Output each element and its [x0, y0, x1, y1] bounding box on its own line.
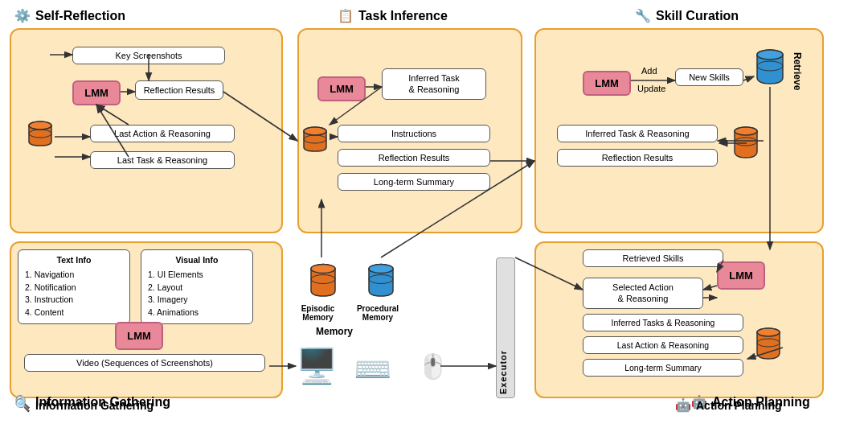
- visual-info-box: Visual Info 1. UI Elements 2. Layout 3. …: [141, 249, 253, 324]
- action-planning-bottom: 🤖 Action Planning: [675, 397, 782, 413]
- instructions-ti: Instructions: [338, 125, 490, 142]
- lmm-ti: LMM: [317, 76, 366, 101]
- reflection-results-ti: Reflection Results: [338, 149, 490, 167]
- task-inference-title: 📋 Task Inference: [338, 8, 448, 23]
- new-skills-box: New Skills: [675, 68, 743, 86]
- self-reflection-title: ⚙️ Self-Reflection: [14, 8, 125, 23]
- db-ap-orange: [754, 326, 783, 363]
- db-sc-blue: [754, 47, 786, 87]
- clipboard-icon: 📋: [338, 8, 354, 23]
- inferred-task-sc: Inferred Task & Reasoning: [557, 125, 718, 142]
- selected-action-box: Selected Action& Reasoning: [583, 278, 703, 309]
- lmm-ap: LMM: [717, 261, 765, 290]
- skill-curation-title: 🔧 Skill Curation: [635, 8, 739, 23]
- svg-point-7: [757, 50, 783, 60]
- retrieve-label: Retrieve: [792, 52, 803, 205]
- main-container: ⚙️ Self-Reflection 📋 Task Inference 🔧 Sk…: [0, 0, 868, 424]
- episodic-memory-label: EpisodicMemory: [296, 304, 340, 322]
- db-episodic: [308, 261, 338, 300]
- key-screenshots-box: Key Screenshots: [72, 47, 225, 64]
- executor-label: Executor: [496, 257, 515, 398]
- lmm-sr: LMM: [72, 80, 121, 105]
- wrench-icon: 🔧: [635, 8, 651, 23]
- gear-icon: ⚙️: [14, 8, 31, 23]
- svg-point-10: [735, 127, 757, 135]
- memory-label: Memory: [316, 326, 353, 337]
- reflection-results-sr: Reflection Results: [135, 80, 223, 100]
- update-label: Update: [637, 84, 665, 93]
- svg-point-19: [757, 328, 780, 336]
- longterm-summary-ti: Long-term Summary: [338, 173, 490, 191]
- db-sr-left: [26, 119, 55, 148]
- info-gathering-bottom: 🔍 Information Gathering: [14, 397, 154, 413]
- db-procedural: [366, 261, 396, 300]
- monitor-icon: 🖥️: [296, 346, 338, 385]
- add-label: Add: [641, 66, 657, 76]
- last-action-reasoning-sr: Last Action & Reasoning: [90, 125, 235, 142]
- svg-point-16: [369, 265, 393, 274]
- db-sc-orange: [731, 125, 760, 162]
- retrieved-skills-box: Retrieved Skills: [583, 249, 723, 267]
- inferred-tasks-ap: Inferred Tasks & Reasoning: [583, 314, 743, 331]
- last-task-reasoning-sr: Last Task & Reasoning: [90, 151, 235, 169]
- lmm-sc: LMM: [583, 71, 631, 96]
- db-ti: [301, 125, 330, 154]
- keyboard-icon: ⌨️: [354, 352, 391, 387]
- svg-point-1: [29, 121, 51, 130]
- robot-icon-bottom: 🤖: [675, 397, 691, 413]
- text-info-box: Text Info 1. Navigation 2. Notification …: [18, 249, 130, 324]
- video-box: Video (Sequences of Screenshots): [24, 354, 265, 372]
- lmm-ig: LMM: [115, 322, 163, 350]
- svg-point-13: [311, 265, 335, 274]
- procedural-memory-label: ProceduralMemory: [354, 304, 401, 322]
- longterm-summary-ap: Long-term Summary: [583, 359, 743, 377]
- search-icon-bottom: 🔍: [14, 397, 31, 413]
- last-action-ap: Last Action & Reasoning: [583, 336, 743, 354]
- svg-point-4: [304, 127, 326, 135]
- reflection-results-sc: Reflection Results: [557, 149, 718, 167]
- inferred-task-ti: Inferred Task& Reasoning: [382, 68, 486, 100]
- mouse-icon: 🖱️: [418, 352, 448, 381]
